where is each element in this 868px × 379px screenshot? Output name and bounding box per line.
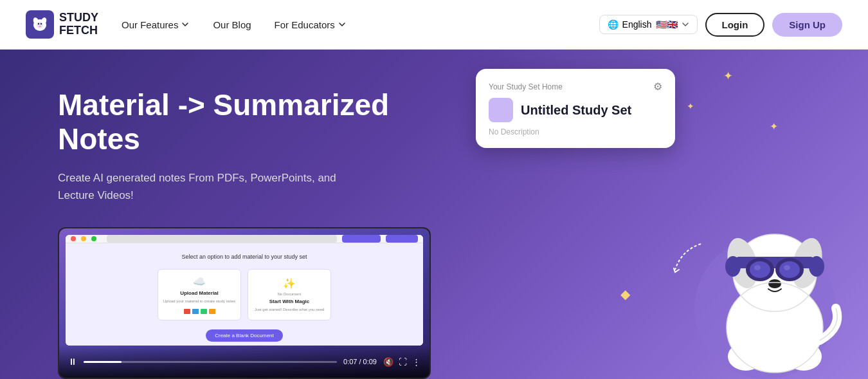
video-time: 0:07 / 0:09 [343,358,377,365]
video-progress-fill [84,361,122,363]
svg-point-21 [786,342,822,371]
nav-educators[interactable]: For Educators [275,19,347,30]
svg-point-19 [768,279,781,288]
vs-card-upload: ☁️ Upload Material Upload your material … [158,269,241,320]
svg-point-5 [38,23,39,24]
svg-point-20 [728,342,764,371]
arrow-decoration [669,237,707,276]
sc-title: Untitled Study Set [521,103,631,118]
svg-point-15 [750,261,770,278]
logo-text: STUDY FETCH [59,12,98,37]
vs-card-magic: ✨ No Document Start With Magic Just get … [248,269,331,320]
study-set-card: Your Study Set Home ⚙ Untitled Study Set… [476,69,675,148]
fullscreen-icon[interactable]: ⛶ [399,357,407,367]
svg-point-16 [779,261,800,278]
vs-blank-btn[interactable]: Create a Blank Document [206,329,283,342]
sc-top: Your Study Set Home ⚙ [489,80,662,93]
hero-section: ✦ ✦ ✦ ◆ ✦ Material -> Summarized Notes C… [0,50,868,379]
chevron-down-icon [181,20,190,29]
video-icons: 🔇 ⛶ ⋮ [383,357,420,367]
nav-features[interactable]: Our Features [122,19,190,30]
mascot-dog-svg [701,199,849,379]
svg-point-4 [37,22,43,28]
svg-point-25 [725,256,741,277]
navbar-left: STUDY FETCH Our Features Our Blog For Ed… [26,10,347,39]
svg-point-6 [41,23,42,24]
play-pause-button[interactable]: ⏸ [68,356,77,367]
chevron-down-icon-educators [338,20,347,29]
hero-video[interactable]: Select an option to add material to your… [58,227,431,379]
svg-point-7 [39,26,41,27]
signup-button[interactable]: Sign Up [772,13,842,37]
vs-body: Select an option to add material to your… [66,243,423,346]
hero-left: Material -> Summarized Notes Create AI g… [0,50,469,379]
hero-subtitle: Create AI generated notes From PDFs, Pow… [58,169,366,204]
svg-point-17 [754,265,761,270]
vs-topbar [66,235,423,243]
nav-blog[interactable]: Our Blog [213,19,251,30]
volume-icon[interactable]: 🔇 [383,357,393,367]
video-screenshot: Select an option to add material to your… [66,235,423,346]
more-icon[interactable]: ⋮ [412,357,420,367]
language-selector[interactable]: 🌐 English 🇺🇸🇬🇧 [599,15,698,34]
svg-rect-12 [733,257,817,268]
sc-avatar [489,98,513,122]
sc-main: Untitled Study Set [489,98,662,122]
svg-point-26 [809,256,824,277]
sc-description: No Description [489,127,662,136]
vs-prompt: Select an option to add material to your… [181,254,307,260]
hero-right: Your Study Set Home ⚙ Untitled Study Set… [469,50,868,379]
hero-title: Material -> Summarized Notes [58,88,431,156]
video-progress[interactable] [84,361,337,363]
video-controls: ⏸ 0:07 / 0:09 🔇 ⛶ ⋮ [59,346,429,378]
navbar-right: 🌐 English 🇺🇸🇬🇧 Login Sign Up [599,13,842,37]
navbar: STUDY FETCH Our Features Our Blog For Ed… [0,0,868,50]
svg-point-18 [784,265,790,270]
sc-gear-icon[interactable]: ⚙ [653,80,662,93]
mascot [682,173,849,379]
logo[interactable]: STUDY FETCH [26,10,98,39]
vs-cards: ☁️ Upload Material Upload your material … [158,269,331,320]
logo-icon [26,10,54,39]
video-inner: Select an option to add material to your… [59,228,429,378]
login-button[interactable]: Login [705,13,765,37]
lang-chevron-icon [682,21,689,28]
sc-label: Your Study Set Home [489,82,563,91]
